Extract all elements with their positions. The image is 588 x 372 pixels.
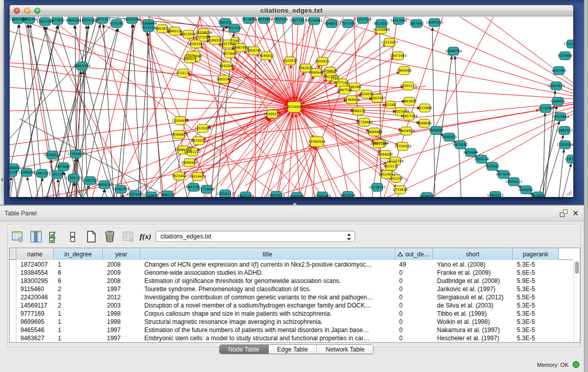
table-row[interactable]: 1456911722003Disruption of a novel membe… [10, 301, 573, 310]
function-builder-icon[interactable]: f(x) [140, 232, 151, 241]
graph-edge[interactable] [555, 149, 564, 197]
unselect-all-icon[interactable] [66, 230, 79, 243]
table-vertical-scrollbar[interactable] [573, 260, 579, 343]
graph-edge[interactable] [27, 177, 32, 197]
graph-edge[interactable] [198, 58, 294, 107]
table-cell-name[interactable]: 9699695 [16, 318, 54, 326]
table-cell-pagerank[interactable]: 5.6E-5 [513, 269, 559, 277]
table-cell-short[interactable]: Nakamura et al. (1997) [433, 326, 513, 334]
table-cell-year[interactable]: 2012 [103, 293, 140, 301]
table-cell-title[interactable]: Changes of HCN gene expression and I(f) … [140, 260, 395, 269]
table-cell-year[interactable]: 2009 [103, 269, 140, 277]
resize-grip-icon[interactable] [565, 189, 572, 196]
graph-edge[interactable] [432, 28, 435, 197]
network-canvas[interactable]: 1872400725300273193845548322037136261569… [10, 17, 573, 197]
table-cell-pagerank[interactable]: 5.3E-5 [513, 285, 559, 293]
column-header-out_de[interactable]: out_de… [395, 248, 433, 260]
graph-edge[interactable] [71, 17, 172, 197]
splitter-grip-icon[interactable] [292, 203, 297, 205]
table-cell-short[interactable]: Franke et al. (2009) [433, 269, 513, 277]
table-cell-title[interactable]: Estimation of significance thresholds fo… [140, 277, 395, 285]
column-header-year[interactable]: year [103, 248, 140, 260]
table-cell-year[interactable]: 1997 [103, 326, 140, 334]
table-cell-pagerank[interactable]: 5.3E-5 [513, 326, 559, 334]
table-cell-out_de[interactable]: 0 [395, 318, 433, 326]
table-row[interactable]: 977716911998Corpus callosum shape and si… [10, 310, 573, 318]
table-cell-pagerank[interactable]: 5.5E-5 [513, 293, 559, 301]
table-cell-pagerank[interactable]: 5.3E-5 [513, 260, 559, 269]
table-cell-title[interactable]: Investigating the contribution of common… [140, 293, 395, 301]
table-cell-out_de[interactable]: 0 [395, 285, 433, 293]
table-cell-title[interactable]: Disruption of a novel member of a sodium… [140, 301, 395, 310]
select-all-icon[interactable] [48, 230, 61, 243]
table-cell-title[interactable]: Structural magnetic resonance image aver… [140, 318, 395, 326]
graph-edge[interactable] [231, 68, 294, 107]
table-cell-pagerank[interactable]: 5.3E-5 [513, 318, 559, 326]
table-row[interactable]: 1830029562008Estimation of significance … [10, 277, 573, 285]
memory-status-indicator[interactable] [573, 361, 579, 368]
graph-edge[interactable] [120, 25, 133, 197]
table-cell-name[interactable]: 22420046 [16, 293, 54, 301]
graph-edge[interactable] [147, 29, 171, 197]
close-panel-icon[interactable]: ✕ [572, 209, 579, 217]
table-cell-year[interactable]: 2008 [103, 260, 140, 269]
column-select-icon[interactable] [29, 230, 42, 243]
column-header-pagerank[interactable]: pagerank [513, 248, 559, 260]
column-header-short[interactable]: short [433, 248, 513, 260]
table-cell-year[interactable]: 1997 [103, 334, 140, 342]
graph-edge[interactable] [132, 25, 142, 197]
table-cell-title[interactable]: Tourette syndrome. Phenomenology and cla… [140, 285, 395, 293]
table-cell-out_de[interactable]: 0 [395, 326, 433, 334]
table-cell-in_degree[interactable]: 2 [54, 301, 103, 310]
table-cell-in_degree[interactable]: 1 [54, 334, 103, 342]
table-cell-name[interactable]: 9465546 [16, 326, 54, 334]
table-cell-name[interactable]: 9115460 [16, 285, 54, 293]
network-window-titlebar[interactable]: citations_edges.txt [10, 5, 573, 16]
import-table-icon[interactable] [121, 230, 135, 243]
table-settings-icon[interactable] [11, 230, 24, 243]
table-cell-title[interactable]: Estimation of the future numbers of pati… [140, 326, 395, 334]
table-cell-out_de[interactable]: 0 [395, 310, 433, 318]
table-row[interactable]: 969969511998Structural magnetic resonanc… [10, 318, 573, 326]
table-cell-short[interactable]: de Silva et al. (2003) [433, 301, 513, 310]
collapse-arrow-icon[interactable] [1, 178, 3, 182]
graph-edge[interactable] [74, 26, 130, 197]
delete-column-icon[interactable] [103, 230, 116, 243]
column-header-title[interactable]: title [140, 248, 395, 260]
table-row[interactable]: 946362711997Embryonic stem cells: a mode… [10, 334, 573, 342]
table-cell-name[interactable]: 9777169 [16, 310, 54, 318]
scrollbar-thumb[interactable] [575, 261, 579, 274]
table-cell-year[interactable]: 1997 [103, 285, 140, 293]
table-cell-short[interactable]: Yano et al. (2008) [433, 260, 513, 269]
new-column-icon[interactable] [84, 230, 98, 243]
table-cell-pagerank[interactable]: 5.3E-5 [513, 301, 559, 310]
table-row[interactable]: 946554611997Estimation of the future num… [10, 326, 573, 334]
table-row[interactable]: 911546021997Tourette syndrome. Phenomeno… [10, 285, 573, 293]
column-header-in_degree[interactable]: in_degree [54, 248, 103, 260]
table-cell-in_degree[interactable]: 1 [54, 260, 103, 269]
table-cell-name[interactable]: 18724007 [16, 260, 54, 269]
table-cell-in_degree[interactable]: 6 [54, 277, 103, 285]
table-cell-name[interactable]: 18300295 [16, 277, 54, 285]
table-cell-out_de[interactable]: 0 [395, 293, 433, 301]
graph-edge[interactable] [140, 17, 166, 197]
table-cell-title[interactable]: Embryonic stem cells: a model to study s… [140, 334, 395, 342]
table-cell-pagerank[interactable]: 5.9E-5 [513, 277, 559, 285]
graph-edge[interactable] [10, 17, 133, 150]
table-cell-short[interactable]: Stergiakouli et al. (2012) [433, 293, 513, 301]
tab-edge-table[interactable]: Edge Table [269, 345, 317, 354]
float-panel-icon[interactable] [560, 209, 568, 217]
table-cell-in_degree[interactable]: 2 [54, 285, 103, 293]
tab-network-table[interactable]: Network Table [317, 345, 373, 354]
table-row[interactable]: 1938455462009Genome-wide association stu… [10, 269, 573, 277]
table-cell-in_degree[interactable]: 1 [54, 318, 103, 326]
column-header-name[interactable]: name [16, 248, 54, 260]
table-cell-pagerank[interactable]: 5.3E-5 [513, 310, 559, 318]
table-cell-name[interactable]: 9463627 [16, 334, 54, 342]
graph-edge[interactable] [233, 118, 270, 197]
table-row[interactable]: 2242004622012Investigating the contribut… [10, 293, 573, 301]
table-cell-out_de[interactable]: 0 [395, 301, 433, 310]
graph-edge[interactable] [97, 189, 105, 197]
table-cell-short[interactable]: Hescheler et al. (1997) [433, 334, 513, 342]
table-cell-year[interactable]: 2003 [103, 301, 140, 310]
